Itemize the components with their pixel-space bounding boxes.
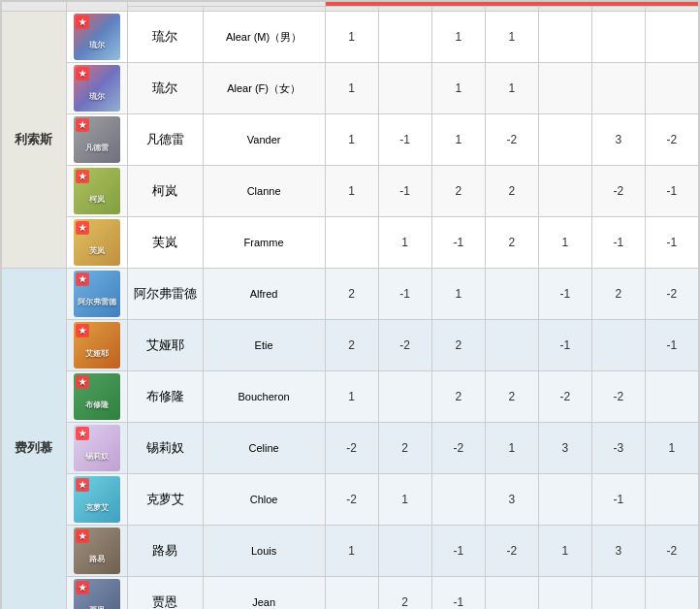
table-row: 费列慕★阿尔弗雷德阿尔弗雷德Alfred2-11-12-2	[2, 269, 699, 320]
table-row: ★凡德雷凡德雷Vander1-11-23-2	[2, 114, 699, 166]
stat-mag	[378, 371, 431, 423]
stat-res	[645, 474, 698, 526]
char-cn-name: 布修隆	[127, 371, 203, 423]
stat-spd: 1	[485, 63, 538, 114]
stat-lck	[538, 474, 591, 526]
stat-spd	[485, 269, 538, 320]
char-cn-name: 艾娅耶	[127, 320, 203, 371]
avatar: ★琉尔	[74, 65, 120, 112]
stat-spd: -2	[485, 114, 538, 166]
avatar-cell: ★克萝艾	[66, 474, 127, 526]
stat-pow: -2	[325, 474, 378, 526]
stat-pow: 2	[325, 320, 378, 371]
char-en-name: Alear (M)（男）	[203, 12, 325, 63]
avatar-cell: ★柯岚	[66, 166, 127, 217]
stat-lck: -1	[538, 269, 591, 320]
faction-cell: 利索斯	[2, 12, 67, 269]
char-cn-name: 贾恩	[127, 577, 203, 610]
stat-res	[645, 12, 698, 63]
avatar-cell: ★锡莉奴	[66, 423, 127, 474]
stat-skl: 1	[431, 269, 485, 320]
avatar: ★芙岚	[74, 219, 120, 266]
stat-pow: 1	[325, 371, 378, 423]
stat-spd	[485, 320, 538, 371]
stat-skl: 1	[431, 63, 485, 114]
stat-def: 3	[591, 114, 645, 166]
avatar-cell: ★琉尔	[66, 12, 127, 63]
stat-def	[591, 63, 645, 114]
stat-res	[645, 577, 698, 610]
avatar: ★柯岚	[74, 168, 120, 214]
stat-res: -2	[645, 269, 698, 320]
stat-pow: -2	[325, 423, 378, 474]
stat-res: -1	[645, 166, 698, 217]
char-cn-name: 克萝艾	[127, 474, 203, 526]
char-en-name: Clanne	[203, 166, 325, 217]
stat-skl: 2	[431, 371, 485, 423]
stat-lck	[538, 166, 591, 217]
avatar-cell: ★凡德雷	[66, 114, 127, 166]
character-table: 利索斯★琉尔琉尔Alear (M)（男）111★琉尔琉尔Alear (F)（女）…	[1, 1, 699, 609]
avatar-cell: ★芙岚	[66, 217, 127, 269]
stat-def: -3	[591, 423, 645, 474]
stat-lck	[538, 12, 591, 63]
char-cn-name: 琉尔	[127, 12, 203, 63]
table-row: ★路易路易Louis1-1-213-2	[2, 526, 699, 577]
avatar-cell: ★琉尔	[66, 63, 127, 114]
table-row: 利索斯★琉尔琉尔Alear (M)（男）111	[2, 12, 699, 63]
stat-mag	[378, 63, 431, 114]
table-row: ★布修隆布修隆Boucheron122-2-2	[2, 371, 699, 423]
stat-spd: 1	[485, 423, 538, 474]
table-wrapper: 利索斯★琉尔琉尔Alear (M)（男）111★琉尔琉尔Alear (F)（女）…	[0, 0, 700, 609]
stat-spd: 3	[485, 474, 538, 526]
stat-res: -2	[645, 114, 698, 166]
avatar: ★锡莉奴	[74, 425, 120, 471]
stat-spd: 2	[485, 166, 538, 217]
stat-res: -1	[645, 320, 698, 371]
table-row: ★克萝艾克萝艾Chloe-213-1	[2, 474, 699, 526]
stat-spd: 1	[485, 12, 538, 63]
char-en-name: Louis	[203, 526, 325, 577]
char-cn-name: 柯岚	[127, 166, 203, 217]
stat-mag: 1	[378, 217, 431, 269]
stat-skl: 1	[431, 12, 485, 63]
char-cn-name: 阿尔弗雷德	[127, 269, 203, 320]
table-row: ★锡莉奴锡莉奴Celine-22-213-31	[2, 423, 699, 474]
stat-res	[645, 63, 698, 114]
stat-mag	[378, 526, 431, 577]
stat-lck: 1	[538, 217, 591, 269]
stat-skl: 2	[431, 320, 485, 371]
table-row: ★柯岚柯岚Clanne1-122-2-1	[2, 166, 699, 217]
stat-def: -2	[591, 371, 645, 423]
stat-skl	[431, 474, 485, 526]
table-row: ★贾恩贾恩Jean2-1	[2, 577, 699, 610]
table-row: ★琉尔琉尔Alear (F)（女）111	[2, 63, 699, 114]
stat-spd: 2	[485, 371, 538, 423]
stat-def: -2	[591, 166, 645, 217]
char-en-name: Jean	[203, 577, 325, 610]
table-row: ★芙岚芙岚Framme1-121-1-1	[2, 217, 699, 269]
stat-def: -1	[591, 474, 645, 526]
stat-pow: 1	[325, 12, 378, 63]
char-en-name: Chloe	[203, 474, 325, 526]
avatar: ★克萝艾	[74, 476, 120, 523]
stat-lck	[538, 63, 591, 114]
stat-pow: 1	[325, 63, 378, 114]
stat-spd: -2	[485, 526, 538, 577]
faction-header	[2, 2, 67, 12]
char-cn-name: 芙岚	[127, 217, 203, 269]
stat-pow: 1	[325, 526, 378, 577]
avatar: ★贾恩	[74, 579, 120, 609]
stat-mag: -1	[378, 269, 431, 320]
stat-lck	[538, 114, 591, 166]
char-en-name: Alear (F)（女）	[203, 63, 325, 114]
stat-pow: 2	[325, 269, 378, 320]
stat-def: 2	[591, 269, 645, 320]
stat-pow	[325, 577, 378, 610]
avatar: ★琉尔	[74, 14, 120, 60]
char-cn-name: 路易	[127, 526, 203, 577]
stat-res	[645, 371, 698, 423]
stat-def: -1	[591, 217, 645, 269]
stat-lck: 3	[538, 423, 591, 474]
stat-skl: -2	[431, 423, 485, 474]
